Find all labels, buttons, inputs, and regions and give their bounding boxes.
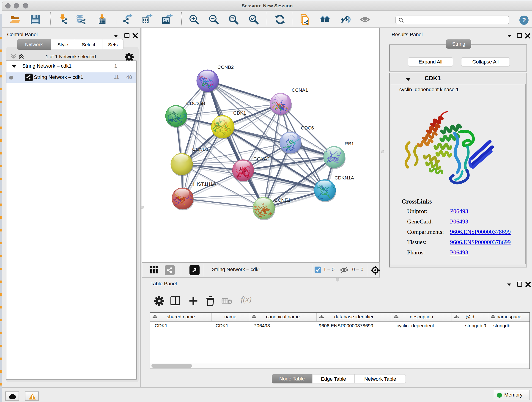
svg-text:CDC25B: CDC25B bbox=[186, 101, 205, 106]
svg-text:RB1: RB1 bbox=[345, 141, 354, 146]
svg-text:CCNE1: CCNE1 bbox=[274, 197, 291, 203]
svg-text:CCNA2: CCNA2 bbox=[253, 156, 270, 161]
svg-text:CDC6: CDC6 bbox=[301, 125, 314, 130]
svg-text:CCNB2: CCNB2 bbox=[217, 64, 234, 70]
svg-text:CDKN1A: CDKN1A bbox=[335, 175, 354, 180]
svg-text:CDK1: CDK1 bbox=[233, 110, 246, 115]
svg-text:CCNA1: CCNA1 bbox=[292, 87, 308, 93]
svg-text:HIST1H1A: HIST1H1A bbox=[193, 181, 216, 186]
svg-text:CCNB1: CCNB1 bbox=[192, 147, 209, 152]
